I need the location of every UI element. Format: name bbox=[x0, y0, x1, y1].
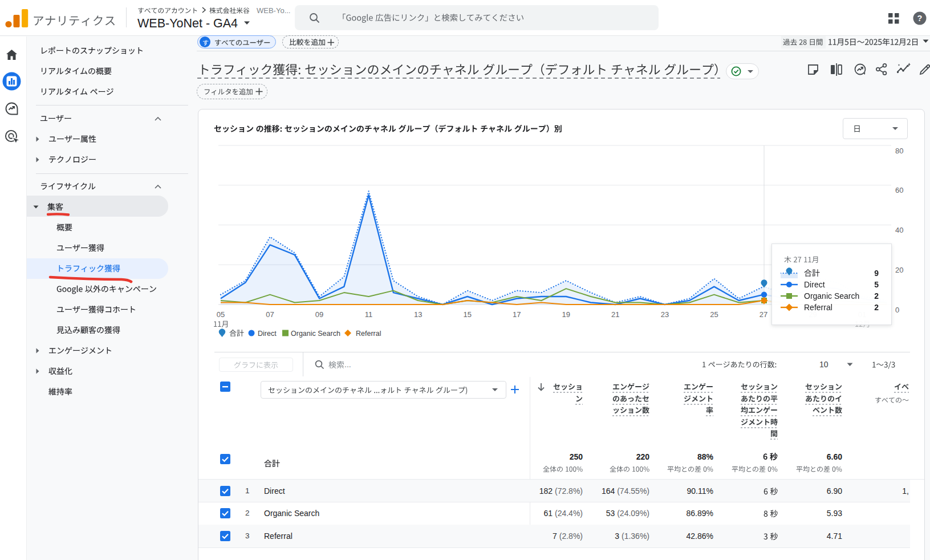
svg-text:09: 09 bbox=[315, 310, 323, 319]
svg-text:Direct: Direct bbox=[258, 330, 277, 338]
svg-text:19: 19 bbox=[562, 310, 570, 319]
svg-text:23: 23 bbox=[661, 310, 669, 319]
svg-text:13: 13 bbox=[414, 310, 422, 319]
svg-text:?: ? bbox=[917, 14, 923, 23]
svg-text:60: 60 bbox=[895, 186, 903, 194]
svg-text:20: 20 bbox=[895, 266, 903, 274]
svg-text:40: 40 bbox=[895, 226, 903, 234]
svg-text:11: 11 bbox=[365, 310, 373, 319]
svg-text:25: 25 bbox=[710, 310, 718, 319]
svg-text:21: 21 bbox=[611, 310, 619, 319]
svg-text:Referral: Referral bbox=[356, 330, 381, 338]
svg-text:07: 07 bbox=[266, 310, 274, 319]
svg-text:05: 05 bbox=[217, 310, 225, 319]
svg-text:80: 80 bbox=[895, 147, 903, 155]
svg-text:17: 17 bbox=[513, 310, 521, 319]
svg-text:15: 15 bbox=[463, 310, 471, 319]
svg-text:0: 0 bbox=[895, 306, 899, 314]
svg-text:Organic Search: Organic Search bbox=[291, 330, 340, 338]
svg-text:27: 27 bbox=[760, 310, 767, 319]
